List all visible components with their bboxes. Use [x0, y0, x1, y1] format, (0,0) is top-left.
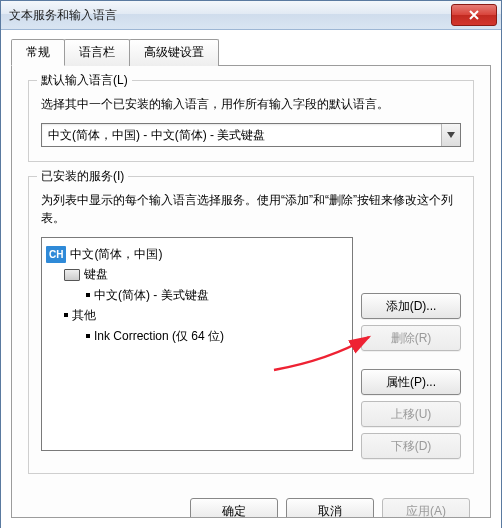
- tree-content: CH 中文(简体，中国) 键盘 中文(简体) - 美式键盘: [46, 244, 348, 346]
- titlebar: 文本服务和输入语言: [1, 1, 501, 30]
- tree-root-label: 中文(简体，中国): [70, 244, 162, 264]
- installed-services-group: 已安装的服务(I) 为列表中显示的每个输入语言选择服务。使用“添加”和“删除”按…: [28, 176, 474, 474]
- tree-keyboard-label: 键盘: [84, 264, 108, 284]
- tab-advanced[interactable]: 高级键设置: [129, 39, 219, 66]
- default-language-value: 中文(简体，中国) - 中文(简体) - 美式键盘: [42, 127, 441, 144]
- default-language-desc: 选择其中一个已安装的输入语言，用作所有输入字段的默认语言。: [41, 95, 461, 113]
- tree-keyboard-item[interactable]: 中文(简体) - 美式键盘: [46, 285, 348, 305]
- close-icon: [469, 10, 479, 20]
- installed-services-desc: 为列表中显示的每个输入语言选择服务。使用“添加”和“删除”按钮来修改这个列表。: [41, 191, 461, 227]
- tab-language-bar[interactable]: 语言栏: [64, 39, 130, 66]
- keyboard-icon: [64, 269, 80, 281]
- tree-other-item[interactable]: Ink Correction (仅 64 位): [46, 326, 348, 346]
- tree-keyboard-branch[interactable]: 键盘: [46, 264, 348, 284]
- chevron-down-icon: [441, 124, 460, 146]
- close-button[interactable]: [451, 4, 497, 26]
- tree-other-label: 其他: [72, 305, 96, 325]
- move-up-button: 上移(U): [361, 401, 461, 427]
- window-title: 文本服务和输入语言: [9, 7, 451, 24]
- apply-button: 应用(A): [382, 498, 470, 518]
- tab-bar: 常规 语言栏 高级键设置: [11, 38, 491, 65]
- dialog-window: 文本服务和输入语言 常规 语言栏 高级键设置 默认输入语言(L) 选择其中一个已…: [0, 0, 502, 528]
- bullet-icon: [64, 313, 68, 317]
- installed-services-legend: 已安装的服务(I): [37, 168, 128, 185]
- tree-other-branch[interactable]: 其他: [46, 305, 348, 325]
- remove-button: 删除(R): [361, 325, 461, 351]
- cancel-button[interactable]: 取消: [286, 498, 374, 518]
- services-tree[interactable]: CH 中文(简体，中国) 键盘 中文(简体) - 美式键盘: [41, 237, 353, 451]
- tab-panel-general: 默认输入语言(L) 选择其中一个已安装的输入语言，用作所有输入字段的默认语言。 …: [11, 65, 491, 518]
- bullet-icon: [86, 334, 90, 338]
- dialog-body: 常规 语言栏 高级键设置 默认输入语言(L) 选择其中一个已安装的输入语言，用作…: [1, 30, 501, 528]
- side-buttons: 添加(D)... 删除(R) 属性(P)... 上移(U) 下移(D): [361, 237, 461, 459]
- bullet-icon: [86, 293, 90, 297]
- tree-root[interactable]: CH 中文(简体，中国): [46, 244, 348, 264]
- tab-general[interactable]: 常规: [11, 39, 65, 66]
- tree-keyboard-item-label: 中文(简体) - 美式键盘: [94, 285, 209, 305]
- default-language-legend: 默认输入语言(L): [37, 72, 132, 89]
- default-language-combo[interactable]: 中文(简体，中国) - 中文(简体) - 美式键盘: [41, 123, 461, 147]
- spacer: [361, 357, 461, 363]
- ok-button[interactable]: 确定: [190, 498, 278, 518]
- installed-body: CH 中文(简体，中国) 键盘 中文(简体) - 美式键盘: [41, 237, 461, 459]
- move-down-button: 下移(D): [361, 433, 461, 459]
- default-language-group: 默认输入语言(L) 选择其中一个已安装的输入语言，用作所有输入字段的默认语言。 …: [28, 80, 474, 162]
- footer: 确定 取消 应用(A): [28, 488, 474, 518]
- tree-other-item-label: Ink Correction (仅 64 位): [94, 326, 224, 346]
- add-button[interactable]: 添加(D)...: [361, 293, 461, 319]
- language-badge-icon: CH: [46, 246, 66, 263]
- properties-button[interactable]: 属性(P)...: [361, 369, 461, 395]
